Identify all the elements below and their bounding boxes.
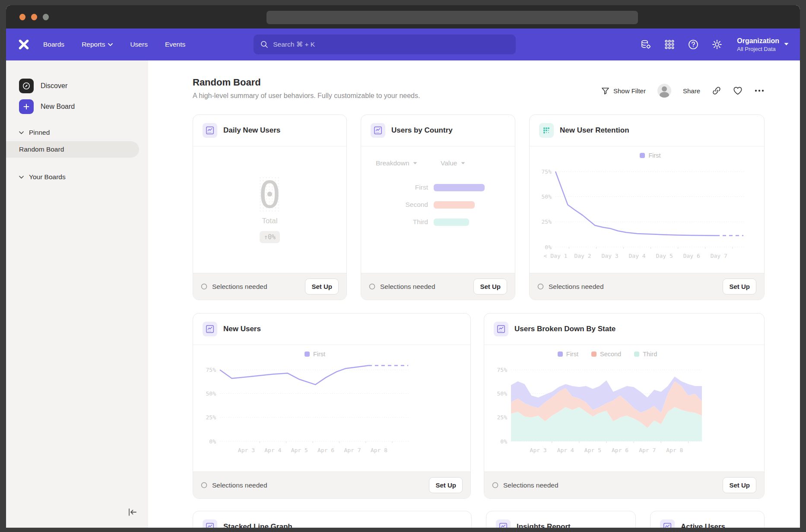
legend-item: First — [640, 152, 660, 159]
svg-text:0%: 0% — [209, 438, 216, 445]
card-daily-new-users[interactable]: Daily New Users 0 Total ↑0% Selections n… — [193, 114, 347, 300]
card-header: Active Users — [651, 511, 764, 528]
mixpanel-logo[interactable] — [17, 38, 30, 51]
svg-text:Apr 8: Apr 8 — [371, 447, 387, 453]
insights-chart-icon — [496, 519, 511, 528]
collapse-sidebar-button[interactable] — [127, 508, 138, 518]
top-navbar: Boards Reports Users Events Search ⌘ + K — [6, 28, 800, 60]
setup-button[interactable]: Set Up — [723, 279, 756, 294]
org-name: Organization — [737, 37, 779, 46]
org-project-switcher[interactable]: Organization All Project Data — [737, 37, 789, 52]
heart-icon — [733, 86, 743, 95]
chevron-down-icon — [413, 162, 417, 165]
card-body: Breakdown Value First — [361, 146, 515, 273]
address-bar[interactable] — [267, 11, 638, 24]
sidebar-section-your-boards[interactable]: Your Boards — [6, 173, 148, 181]
status-text: Selections needed — [549, 283, 604, 291]
sidebar-section-pinned[interactable]: Pinned — [6, 129, 148, 136]
metric-label: Total — [262, 217, 278, 225]
sidebar-item-discover[interactable]: Discover — [6, 79, 148, 93]
card-footer: Selections needed Set Up — [530, 273, 764, 300]
setup-button[interactable]: Set Up — [305, 279, 339, 294]
svg-text:50%: 50% — [497, 390, 508, 397]
nav-label: Users — [130, 41, 147, 48]
setup-button[interactable]: Set Up — [723, 477, 756, 493]
help-icon[interactable] — [688, 39, 699, 50]
filter-funnel-icon — [601, 87, 609, 95]
nav-label: Events — [165, 41, 185, 48]
row-label: Third — [361, 218, 428, 226]
card-header: Insights Report — [486, 511, 635, 528]
card-stacked-line-graph[interactable]: Stacked Line Graph — [193, 511, 472, 528]
card-active-users[interactable]: Active Users — [650, 511, 765, 528]
sidebar-item-random-board[interactable]: Random Board — [6, 141, 139, 158]
card-grid: Daily New Users 0 Total ↑0% Selections n… — [193, 114, 765, 528]
status-circle-icon — [492, 482, 498, 488]
chart-legend: FirstSecondThird — [511, 348, 704, 360]
breakdown-row: First — [361, 179, 515, 196]
favorite-button[interactable] — [733, 86, 743, 95]
svg-text:Apr 5: Apr 5 — [584, 447, 601, 453]
avatar[interactable] — [657, 84, 671, 98]
nav-label: Boards — [43, 41, 64, 48]
settings-gear-icon[interactable] — [711, 39, 723, 50]
status-text: Selections needed — [212, 481, 267, 489]
card-insights-report[interactable]: Insights Report — [486, 511, 636, 528]
page-title: Random Board — [193, 77, 420, 88]
close-window-button[interactable] — [19, 14, 25, 20]
card-users-by-country[interactable]: Users by Country Breakdown Value — [361, 114, 515, 300]
sidebar-item-label: Discover — [41, 82, 67, 90]
breakdown-row: Third — [361, 213, 515, 231]
org-project: All Project Data — [737, 46, 779, 52]
zoom-window-button[interactable] — [43, 14, 49, 20]
plus-icon — [19, 99, 34, 114]
nav-item-users[interactable]: Users — [130, 41, 147, 48]
breakdown-table-header: Breakdown Value — [361, 159, 515, 167]
legend-item: Third — [634, 351, 657, 358]
link-icon — [712, 86, 721, 95]
nav-item-boards[interactable]: Boards — [43, 41, 64, 48]
share-button[interactable]: Share — [683, 87, 700, 95]
setup-button[interactable]: Set Up — [429, 477, 463, 493]
nav-menu: Boards Reports Users Events — [43, 41, 185, 48]
card-users-by-state[interactable]: Users Broken Down By State FirstSecondTh… — [484, 313, 765, 499]
svg-text:75%: 75% — [497, 367, 508, 373]
svg-text:Apr 3: Apr 3 — [238, 447, 255, 453]
value-bar — [434, 201, 475, 209]
setup-button[interactable]: Set Up — [473, 279, 507, 294]
more-options-button[interactable] — [754, 89, 765, 92]
sidebar: Discover New Board Pinned Random Board Y… — [6, 60, 148, 528]
legend-item: First — [558, 351, 578, 358]
copy-link-button[interactable] — [712, 86, 721, 95]
status-text: Selections needed — [380, 283, 435, 291]
value-bar — [434, 184, 485, 191]
nav-item-reports[interactable]: Reports — [82, 41, 113, 48]
chart-legend: First — [555, 150, 745, 161]
status-text: Selections needed — [503, 481, 558, 489]
svg-text:50%: 50% — [542, 193, 552, 200]
svg-text:Apr 5: Apr 5 — [291, 447, 308, 453]
breakdown-column[interactable]: Breakdown — [376, 159, 441, 167]
chevron-down-icon — [461, 162, 465, 165]
svg-text:Apr 4: Apr 4 — [264, 447, 281, 453]
search-input[interactable]: Search ⌘ + K — [254, 35, 516, 54]
search-placeholder: Search ⌘ + K — [273, 41, 315, 48]
card-body: FirstSecondThird75%50%25%0%Apr 3Apr 4Apr… — [484, 345, 764, 472]
titlebar — [6, 5, 800, 28]
value-column[interactable]: Value — [441, 159, 465, 167]
breakdown-row: Second — [361, 196, 515, 213]
new-users-line-chart: First75%50%25%0%Apr 3Apr 4Apr 5Apr 6Apr … — [200, 348, 410, 454]
show-filter-button[interactable]: Show Filter — [601, 87, 646, 95]
metric-delta-badge: ↑0% — [260, 231, 280, 243]
card-new-user-retention[interactable]: New User Retention First75%50%25%0%< Day… — [529, 114, 765, 300]
insights-chart-icon — [203, 519, 217, 528]
apps-grid-icon[interactable] — [664, 39, 675, 50]
insights-chart-icon — [203, 322, 217, 336]
navbar-right: Organization All Project Data — [640, 37, 789, 52]
card-new-users[interactable]: New Users First75%50%25%0%Apr 3Apr 4Apr … — [193, 313, 471, 499]
sidebar-item-new-board[interactable]: New Board — [6, 99, 148, 114]
data-management-icon[interactable] — [640, 39, 651, 50]
minimize-window-button[interactable] — [31, 14, 37, 20]
card-title: Daily New Users — [223, 126, 280, 135]
nav-item-events[interactable]: Events — [165, 41, 185, 48]
